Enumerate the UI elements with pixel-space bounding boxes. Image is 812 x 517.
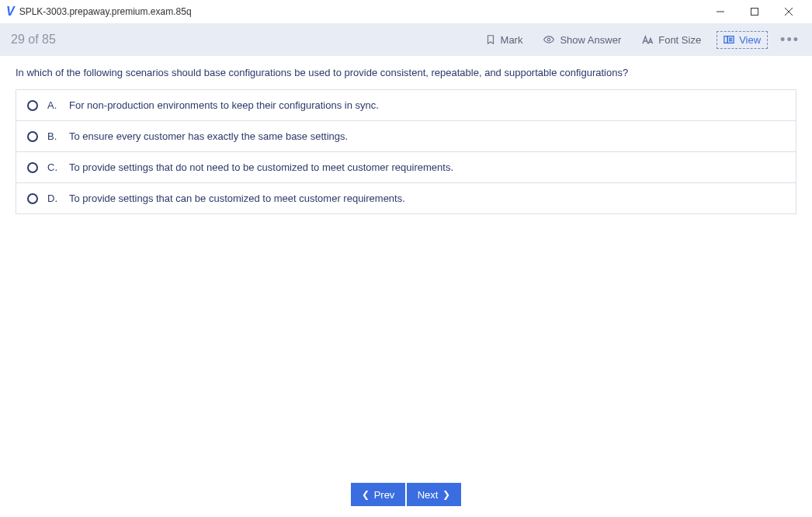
list-view-icon — [724, 35, 734, 44]
option-letter: B. — [47, 130, 60, 142]
option-letter: A. — [47, 99, 60, 111]
close-button[interactable] — [772, 1, 806, 23]
option-text: To provide settings that do not need to … — [69, 161, 453, 173]
window-controls — [703, 1, 806, 23]
svg-line-2 — [785, 8, 793, 16]
option-letter: C. — [47, 161, 60, 173]
bottom-nav: ❮ Prev Next ❯ — [0, 483, 812, 506]
chevron-right-icon: ❯ — [442, 489, 450, 500]
show-answer-button[interactable]: Show Answer — [538, 31, 626, 49]
svg-rect-1 — [751, 9, 758, 16]
prev-button[interactable]: ❮ Prev — [351, 483, 405, 506]
svg-line-3 — [785, 8, 793, 16]
toolbar: 29 of 85 Mark Show Answer Font Size View… — [0, 23, 812, 56]
option-a[interactable]: A. For non-production environments to ke… — [16, 89, 796, 120]
chevron-left-icon: ❮ — [362, 489, 370, 500]
options-list: A. For non-production environments to ke… — [16, 89, 796, 214]
option-d[interactable]: D. To provide settings that can be custo… — [16, 182, 796, 213]
bookmark-icon — [485, 34, 496, 45]
titlebar: V SPLK-3003.prepaway.premium.exam.85q — [0, 0, 812, 23]
minimize-button[interactable] — [703, 1, 737, 23]
option-letter: D. — [47, 193, 60, 204]
window-title: SPLK-3003.prepaway.premium.exam.85q — [19, 6, 703, 17]
font-size-label: Font Size — [658, 34, 701, 46]
radio-icon — [27, 100, 38, 111]
view-button[interactable]: View — [717, 31, 768, 49]
svg-point-4 — [548, 38, 551, 41]
app-logo-icon: V — [6, 5, 15, 19]
mark-button[interactable]: Mark — [481, 31, 528, 49]
prev-label: Prev — [374, 489, 395, 501]
next-button[interactable]: Next ❯ — [407, 483, 461, 506]
question-panel: In which of the following scenarios shou… — [0, 56, 812, 214]
font-size-button[interactable]: Font Size — [637, 31, 706, 49]
next-label: Next — [418, 489, 439, 501]
radio-icon — [27, 193, 38, 204]
view-label: View — [739, 34, 761, 46]
option-text: To ensure every customer has exactly the… — [69, 130, 348, 142]
option-c[interactable]: C. To provide settings that do not need … — [16, 151, 796, 182]
option-text: To provide settings that can be customiz… — [69, 193, 405, 204]
question-text: In which of the following scenarios shou… — [16, 67, 796, 78]
question-progress: 29 of 85 — [11, 33, 470, 47]
option-text: For non-production environments to keep … — [69, 99, 379, 111]
show-answer-label: Show Answer — [560, 34, 621, 46]
radio-icon — [27, 131, 38, 142]
more-options-button[interactable]: ••• — [779, 32, 801, 48]
ellipsis-icon: ••• — [780, 32, 800, 47]
font-size-icon — [641, 34, 654, 45]
radio-icon — [27, 162, 38, 173]
eye-icon — [543, 34, 555, 45]
maximize-button[interactable] — [737, 1, 772, 23]
mark-label: Mark — [501, 34, 523, 46]
option-b[interactable]: B. To ensure every customer has exactly … — [16, 120, 796, 151]
